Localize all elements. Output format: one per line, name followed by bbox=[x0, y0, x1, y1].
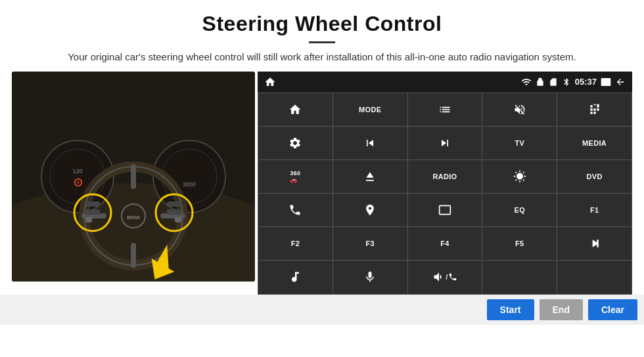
svg-text:3000: 3000 bbox=[183, 181, 196, 188]
mute-btn-icon bbox=[513, 103, 526, 116]
mode-btn[interactable]: MODE bbox=[333, 93, 407, 126]
brightness-btn[interactable] bbox=[482, 160, 557, 193]
settings-btn-icon bbox=[288, 136, 302, 150]
media-btn[interactable]: MEDIA bbox=[557, 127, 632, 159]
page-title: Steering Wheel Control bbox=[26, 12, 618, 36]
f5-btn[interactable]: F5 bbox=[482, 227, 557, 260]
f1-btn[interactable]: F1 bbox=[557, 194, 632, 226]
prev-btn-icon bbox=[363, 136, 377, 150]
svg-rect-20 bbox=[167, 201, 181, 207]
wifi-icon bbox=[521, 77, 532, 87]
lock-icon bbox=[536, 77, 545, 87]
next-btn[interactable] bbox=[408, 127, 482, 159]
title-divider bbox=[309, 41, 335, 43]
f4-btn[interactable]: F4 bbox=[408, 227, 482, 260]
screen-icon bbox=[601, 77, 611, 87]
status-time: 05:37 bbox=[575, 77, 597, 87]
car-image-bg: ⊙ 120 3000 BMW bbox=[12, 72, 255, 282]
home-btn-icon bbox=[288, 103, 302, 116]
mute-btn[interactable] bbox=[482, 93, 557, 126]
playpause-btn[interactable] bbox=[557, 227, 632, 260]
f2-btn[interactable]: F2 bbox=[258, 227, 333, 260]
eject-btn-icon bbox=[363, 170, 377, 183]
back-icon bbox=[615, 77, 626, 87]
nav-btn[interactable] bbox=[333, 194, 407, 226]
svg-rect-21 bbox=[167, 209, 181, 215]
svg-rect-19 bbox=[85, 217, 92, 222]
svg-rect-25 bbox=[597, 240, 599, 247]
button-grid: MODE TV ME bbox=[258, 93, 632, 295]
apps-btn[interactable] bbox=[557, 93, 632, 126]
svg-rect-18 bbox=[85, 209, 100, 215]
radio-btn[interactable]: RADIO bbox=[408, 160, 482, 193]
phone-btn-icon bbox=[288, 203, 302, 217]
svg-rect-22 bbox=[175, 217, 181, 222]
music-btn[interactable] bbox=[258, 261, 333, 293]
brightness-btn-icon bbox=[513, 170, 526, 183]
tv-btn[interactable]: TV bbox=[482, 127, 557, 159]
display-btn[interactable] bbox=[408, 194, 482, 226]
display-btn-icon bbox=[438, 203, 451, 217]
music-btn-icon bbox=[288, 270, 302, 284]
phone-small-icon bbox=[448, 272, 457, 282]
volume-phone-btn[interactable]: / bbox=[408, 261, 482, 293]
apps-btn-icon bbox=[588, 103, 601, 116]
car-image-section: ⊙ 120 3000 BMW bbox=[12, 72, 255, 282]
main-content: ⊙ 120 3000 BMW bbox=[0, 72, 644, 295]
mic-btn-icon bbox=[363, 270, 377, 284]
volume-phone-btn-icon bbox=[432, 270, 446, 284]
f3-btn[interactable]: F3 bbox=[333, 227, 407, 260]
dvd-btn[interactable]: DVD bbox=[557, 160, 632, 193]
playpause-btn-icon bbox=[588, 237, 601, 250]
empty-btn-1 bbox=[482, 261, 557, 293]
head-unit-panel: 05:37 MODE bbox=[258, 72, 632, 295]
sim-icon bbox=[549, 77, 558, 87]
status-bar: 05:37 bbox=[258, 72, 632, 93]
svg-text:BMW: BMW bbox=[127, 215, 140, 220]
phone-btn[interactable] bbox=[258, 194, 333, 226]
360-label: 360🚗 bbox=[290, 170, 300, 183]
svg-rect-17 bbox=[85, 201, 100, 207]
bottom-bar: Start End Clear bbox=[0, 295, 644, 325]
list-btn-icon bbox=[438, 103, 451, 116]
empty-btn-2 bbox=[557, 261, 632, 293]
settings-btn[interactable] bbox=[258, 127, 333, 159]
next-btn-icon bbox=[438, 136, 451, 150]
page-description: Your original car's steering wheel contr… bbox=[26, 50, 618, 65]
eq-btn[interactable]: EQ bbox=[482, 194, 557, 226]
svg-text:120: 120 bbox=[72, 168, 82, 175]
status-bar-left bbox=[264, 76, 276, 88]
eject-btn[interactable] bbox=[333, 160, 407, 193]
page-header: Steering Wheel Control Your original car… bbox=[0, 0, 644, 72]
home-status-icon bbox=[264, 76, 276, 88]
mic-btn[interactable] bbox=[333, 261, 407, 293]
end-button[interactable]: End bbox=[540, 299, 583, 320]
list-btn[interactable] bbox=[408, 93, 482, 126]
bluetooth-icon bbox=[562, 77, 571, 87]
svg-text:⊙: ⊙ bbox=[73, 176, 83, 189]
nav-btn-icon bbox=[363, 203, 377, 217]
prev-btn[interactable] bbox=[333, 127, 407, 159]
home-btn[interactable] bbox=[258, 93, 333, 126]
clear-button[interactable]: Clear bbox=[588, 299, 637, 320]
status-bar-right: 05:37 bbox=[521, 77, 626, 87]
start-button[interactable]: Start bbox=[487, 299, 534, 320]
360-btn[interactable]: 360🚗 bbox=[258, 160, 333, 193]
